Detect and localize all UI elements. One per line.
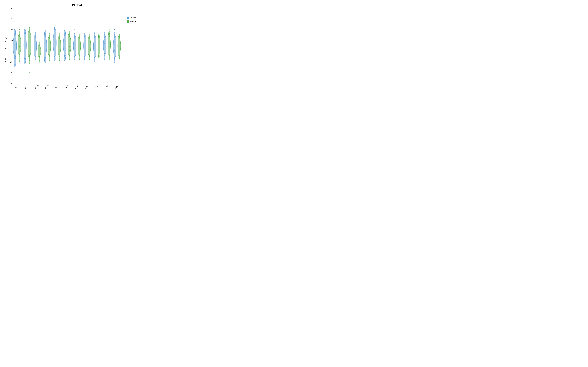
svg-point-66 xyxy=(19,46,20,47)
svg-point-122 xyxy=(35,48,35,48)
svg-point-383 xyxy=(114,39,115,39)
svg-point-253 xyxy=(75,50,75,50)
svg-point-224 xyxy=(65,39,65,39)
svg-point-298 xyxy=(89,42,89,42)
svg-point-319 xyxy=(95,57,95,57)
svg-point-182 xyxy=(55,42,55,43)
svg-point-239 xyxy=(69,48,69,49)
svg-point-278 xyxy=(84,56,85,60)
svg-point-301 xyxy=(89,40,89,40)
svg-text:11: 11 xyxy=(10,50,11,52)
svg-point-263 xyxy=(79,33,80,39)
svg-point-119 xyxy=(35,56,36,61)
svg-point-318 xyxy=(95,54,95,54)
svg-point-233 xyxy=(69,31,70,37)
svg-point-384 xyxy=(114,59,115,59)
svg-point-56 xyxy=(15,37,15,38)
svg-point-172 xyxy=(49,51,50,52)
svg-point-128 xyxy=(35,57,35,57)
svg-point-335 xyxy=(99,55,99,56)
chart-title: PTPN11 xyxy=(10,2,144,7)
svg-point-195 xyxy=(55,58,55,58)
svg-point-157 xyxy=(45,37,45,37)
svg-point-355 xyxy=(109,31,110,37)
svg-point-198 xyxy=(55,62,55,62)
svg-point-192 xyxy=(55,54,55,54)
svg-point-203 xyxy=(59,46,60,46)
svg-point-345 xyxy=(104,41,105,42)
svg-point-91 xyxy=(25,35,25,35)
svg-point-129 xyxy=(35,37,35,38)
svg-text:PRAD: PRAD xyxy=(94,84,99,89)
legend-item-tumor: Tumor xyxy=(127,17,144,19)
legend-label-tumor: Tumor xyxy=(130,17,136,19)
svg-point-187 xyxy=(55,48,55,49)
legend-item-normal: Normal xyxy=(127,20,144,23)
svg-point-331 xyxy=(99,49,99,49)
svg-point-265 xyxy=(79,46,79,46)
svg-point-313 xyxy=(95,48,95,49)
svg-point-55 xyxy=(15,35,15,35)
svg-point-268 xyxy=(79,42,79,42)
svg-point-135 xyxy=(39,49,39,49)
svg-point-297 xyxy=(89,48,90,48)
svg-point-139 xyxy=(39,57,40,57)
svg-point-362 xyxy=(109,50,109,50)
svg-point-289 xyxy=(85,59,85,59)
plot-and-legend: 15 14 13 12 11 10 9 xyxy=(9,7,144,89)
svg-point-250 xyxy=(75,44,75,44)
svg-point-136 xyxy=(39,53,40,53)
svg-point-321 xyxy=(95,59,95,59)
svg-point-374 xyxy=(114,46,115,47)
svg-point-379 xyxy=(115,52,115,52)
svg-point-201 xyxy=(59,33,60,39)
svg-point-227 xyxy=(65,36,65,36)
svg-point-229 xyxy=(65,60,65,61)
svg-point-363 xyxy=(109,39,109,39)
svg-point-161 xyxy=(45,64,45,65)
svg-text:BLCA: BLCA xyxy=(15,85,19,89)
svg-point-92 xyxy=(25,32,25,33)
svg-point-146 xyxy=(44,30,46,38)
svg-point-235 xyxy=(69,44,69,45)
svg-point-312 xyxy=(95,44,95,45)
svg-point-267 xyxy=(79,48,79,48)
svg-point-47 xyxy=(15,42,15,43)
svg-point-243 xyxy=(69,55,69,56)
svg-point-403 xyxy=(119,56,120,56)
svg-point-280 xyxy=(85,44,85,44)
svg-point-189 xyxy=(55,50,55,50)
svg-point-372 xyxy=(114,32,115,38)
svg-point-80 xyxy=(24,57,26,65)
svg-point-90 xyxy=(25,37,25,38)
svg-point-349 xyxy=(104,53,105,54)
svg-point-168 xyxy=(49,44,49,44)
svg-point-306 xyxy=(89,58,89,58)
legend-box-normal xyxy=(127,20,129,23)
svg-point-288 xyxy=(85,38,85,38)
svg-point-207 xyxy=(59,50,59,50)
svg-point-109 xyxy=(29,55,30,56)
svg-point-236 xyxy=(69,42,69,43)
svg-point-307 xyxy=(89,60,90,60)
svg-text:KIRC: KIRC xyxy=(65,85,69,89)
svg-point-53 xyxy=(15,62,15,62)
svg-point-264 xyxy=(79,55,80,60)
svg-text:15: 15 xyxy=(10,7,11,9)
svg-point-49 xyxy=(14,51,15,52)
svg-point-89 xyxy=(25,57,25,57)
svg-point-118 xyxy=(35,32,36,38)
svg-point-247 xyxy=(74,33,75,39)
svg-point-167 xyxy=(49,46,50,46)
svg-point-65 xyxy=(19,42,19,43)
svg-point-304 xyxy=(89,38,89,39)
svg-point-51 xyxy=(15,54,15,54)
svg-point-154 xyxy=(45,39,45,40)
svg-point-82 xyxy=(25,43,25,43)
svg-point-127 xyxy=(35,54,35,54)
svg-point-282 xyxy=(85,42,85,42)
svg-point-184 xyxy=(55,44,55,45)
svg-point-214 xyxy=(59,60,60,61)
svg-point-212 xyxy=(59,37,60,38)
svg-point-94 xyxy=(25,62,25,63)
